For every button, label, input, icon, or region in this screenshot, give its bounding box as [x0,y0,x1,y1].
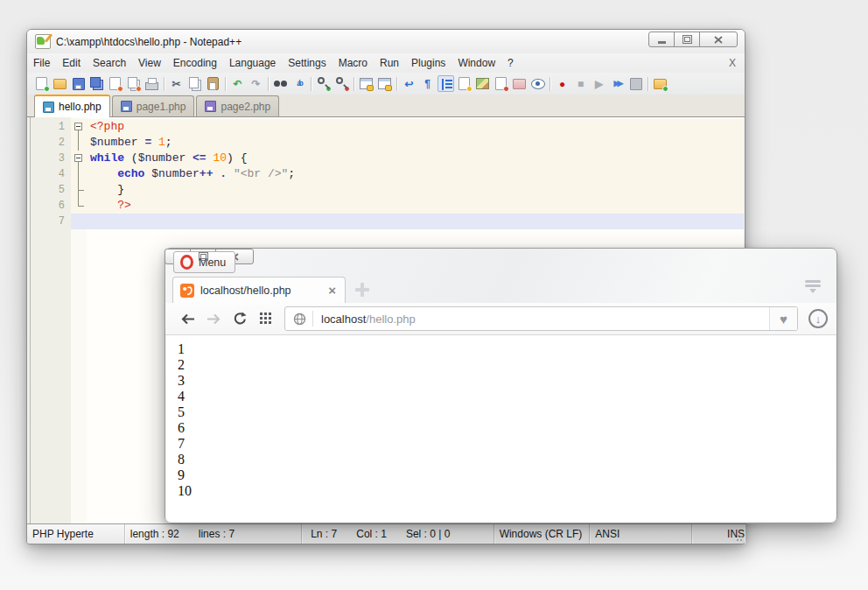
zoom-out-icon[interactable] [333,75,350,92]
close-all-icon[interactable] [125,75,142,92]
define-language-icon[interactable] [474,75,491,92]
menu-item-search[interactable]: Search [87,54,132,72]
fold-margin-line [71,135,87,151]
editor-line[interactable]: 7 [31,214,744,229]
editor-line[interactable]: 5 } [31,182,744,198]
minimize-icon [658,41,666,44]
cut-icon[interactable]: ✂ [168,75,185,92]
editor-line[interactable]: 4 echo $number++ . "<br />"; [31,166,744,182]
notepadpp-titlebar[interactable]: C:\xampp\htdocs\hello.php - Notepad++ [27,30,745,54]
browser-tab-bar: localhost/hello.php × [165,275,836,303]
address-bar[interactable]: localhost/hello.php ♥ [284,306,798,331]
restore-button[interactable] [674,32,700,47]
menu-item-language[interactable]: Language [223,54,282,72]
opera-window: Menu localhost/hello.php × [164,248,837,523]
menu-item-view[interactable]: View [132,54,167,72]
function-list-icon[interactable] [493,75,509,92]
reload-button[interactable] [227,307,253,330]
status-doc-stats: length : 92 lines : 7 [125,524,302,544]
show-indent-guide-icon[interactable] [438,75,454,92]
editor-line[interactable]: 1<?php [31,119,744,135]
menu-item-run[interactable]: Run [374,54,405,72]
close-button[interactable] [699,32,738,47]
menu-close-document-icon[interactable]: X [729,57,736,69]
macro-run-multiple-icon[interactable]: ▶▶ [609,75,626,92]
new-tab-button[interactable] [354,282,370,298]
redo-icon[interactable]: ↷ [248,75,264,92]
folder-as-workspace-icon[interactable] [511,75,528,92]
print-icon[interactable] [144,75,160,92]
minimize-button[interactable] [648,32,675,47]
output-line: 3 [178,373,836,389]
bookmark-heart-icon[interactable]: ♥ [769,307,797,330]
editor-line[interactable]: 2$number = 1; [31,135,744,151]
menu-item-help[interactable]: ? [501,54,520,72]
copy-icon[interactable] [186,75,203,92]
speed-dial-button[interactable] [253,307,279,330]
monitoring-icon[interactable] [529,75,546,92]
find-icon[interactable] [272,75,289,92]
output-line: 8 [178,452,836,467]
menu-item-window[interactable]: Window [452,54,501,72]
status-cursor-position: Ln : 7 Col : 1 Sel : 0 | 0 [302,524,494,544]
output-line: 7 [178,436,836,452]
new-file-icon[interactable] [33,75,50,92]
macro-stop-icon[interactable]: ■ [572,75,589,92]
replace-icon[interactable]: ab [290,75,307,92]
paste-icon[interactable] [205,75,221,92]
macro-play-icon[interactable]: ▶ [591,75,607,92]
url-text[interactable]: localhost/hello.php [313,313,769,326]
tab-hello-php[interactable]: hello.php [34,95,110,117]
back-button[interactable] [174,307,200,330]
menu-item-settings[interactable]: Settings [282,54,332,72]
undo-icon[interactable]: ↶ [229,75,246,92]
fold-margin-open[interactable] [71,151,87,166]
menu-item-edit[interactable]: Edit [56,54,87,72]
status-bar: PHP Hyperte length : 92 lines : 7 Ln : 7… [27,523,745,544]
tab-page2-php[interactable]: page2.php [196,95,279,116]
forward-button[interactable] [200,307,227,330]
sync-vertical-scroll-icon[interactable] [358,75,374,92]
line-number: 4 [31,166,71,182]
close-icon [714,36,723,44]
restore-icon [682,35,692,44]
word-wrap-icon[interactable]: ↩ [401,75,417,92]
save-icon[interactable] [70,75,87,92]
explorer-plugin-icon[interactable] [652,75,668,92]
back-icon [180,313,195,325]
code-text: } [87,182,744,198]
tab-menu-icon[interactable] [803,279,822,299]
save-all-icon[interactable] [88,75,105,92]
status-length: length : 92 [130,528,179,540]
output-line: 1 [178,341,836,357]
tab-page1-php[interactable]: page1.php [112,95,195,116]
menu-item-encoding[interactable]: Encoding [167,54,223,72]
editor-line[interactable]: 6 ?> [31,198,744,214]
menu-item-plugins[interactable]: Plugins [405,54,452,72]
browser-tab-localhost[interactable]: localhost/hello.php × [172,277,346,303]
macro-save-icon[interactable] [627,75,644,92]
fold-margin-open[interactable] [71,119,87,135]
menu-item-file[interactable]: File [27,54,56,72]
toolbar-separator [354,77,354,91]
document-map-icon[interactable] [456,75,472,92]
editor-line[interactable]: 3while ($number <= 10) { [31,151,744,166]
fold-margin [71,214,87,229]
show-all-characters-icon[interactable]: ¶ [419,75,436,92]
resize-grip[interactable] [735,534,742,541]
line-number: 1 [31,119,71,135]
fold-margin-end [71,198,87,214]
sync-horizontal-scroll-icon[interactable] [376,75,393,92]
line-number: 6 [31,198,71,214]
status-sel: Sel : 0 | 0 [406,528,450,540]
macro-record-icon[interactable]: ● [554,75,570,92]
close-icon[interactable] [107,75,123,92]
tab-close-icon[interactable]: × [326,284,338,297]
code-text: echo $number++ . "<br />"; [87,166,744,182]
code-text [87,214,744,229]
downloads-button[interactable]: ↓ [808,309,828,328]
open-file-icon[interactable] [52,75,68,92]
zoom-in-icon[interactable] [315,75,332,92]
download-arrow-icon: ↓ [816,313,822,326]
menu-item-macro[interactable]: Macro [332,54,374,72]
